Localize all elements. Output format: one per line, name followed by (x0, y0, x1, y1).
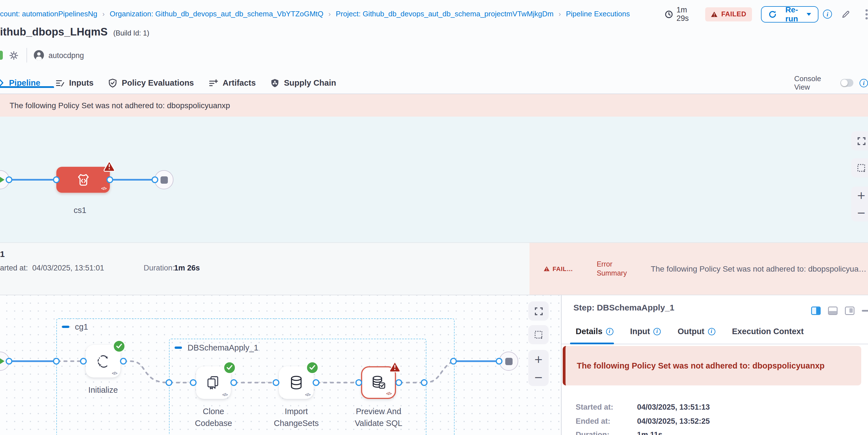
stage-graph-wires (0, 117, 868, 242)
canvas-fullscreen-button[interactable] (528, 302, 549, 321)
connector-port (165, 379, 173, 386)
layout-right-panel-button[interactable] (811, 307, 821, 315)
code-glyph: </> (386, 391, 392, 396)
step-node-import-changesets[interactable]: </> (279, 366, 314, 399)
panel-minimize-button[interactable] (862, 310, 868, 312)
step-success-icon (113, 340, 126, 353)
pencil-icon (841, 9, 850, 19)
tab-supply-chain[interactable]: Supply Chain (270, 78, 336, 88)
triggered-by-user: autocdpng (49, 51, 84, 59)
field-duration: Duration: 1m 11s (576, 431, 662, 435)
zoom-out-button[interactable]: − (534, 372, 543, 382)
tab-execution-context[interactable]: Execution Context (732, 327, 804, 336)
tab-details[interactable]: Details (576, 327, 613, 336)
info-icon (653, 328, 661, 335)
more-options-button[interactable] (865, 9, 868, 20)
canvas-select-button[interactable] (528, 325, 549, 344)
rerun-label: Re-run (781, 5, 803, 23)
duration-value: 1m 26s (174, 264, 200, 272)
warning-triangle-icon (544, 266, 550, 272)
tab-supply-chain-label: Supply Chain (284, 78, 336, 87)
step-node-clone-codebase[interactable]: </> (196, 366, 231, 399)
rerun-button[interactable]: Re-run (761, 6, 818, 22)
duration-label: Duration: (144, 264, 175, 272)
step-label-preview-validate-sql: Preview And Validate SQL (347, 406, 410, 429)
title-bar: ithub_dbops_LHqmS (Build Id: 1) (0, 26, 149, 38)
started-at-label: arted at: (0, 264, 28, 272)
zoom-in-button[interactable]: + (534, 353, 543, 364)
tab-policy-evaluations[interactable]: Policy Evaluations (108, 78, 194, 88)
tab-artifacts[interactable]: Artifacts (209, 78, 256, 88)
connector-port (53, 176, 60, 183)
stage-node-cs1[interactable]: </> (56, 167, 110, 193)
connector-port (120, 358, 127, 365)
minus-icon (862, 310, 868, 312)
stage-graph-canvas[interactable]: </> cs1 + − (0, 117, 868, 242)
tab-input[interactable]: Input (630, 327, 661, 336)
connector-port (421, 379, 428, 386)
info-icon (823, 9, 832, 19)
layout-floating-panel-button[interactable] (845, 307, 855, 315)
shield-network-icon (270, 78, 279, 88)
collapse-group-cg1-button[interactable] (62, 326, 69, 328)
step-error-box: The following Policy Set was not adhered… (563, 346, 861, 385)
warning-triangle-icon (711, 11, 718, 17)
tab-pipeline[interactable]: Pipeline (9, 78, 40, 87)
rerun-refresh-icon (768, 10, 777, 18)
tab-output[interactable]: Output (678, 327, 715, 336)
breadcrumb-organization[interactable]: Organization: Github_db_devops_aut_db_sc… (110, 9, 323, 18)
chevron-down-icon[interactable] (807, 13, 811, 18)
layout-bottom-panel-button[interactable] (828, 307, 838, 315)
tab-execution-context-label: Execution Context (732, 327, 804, 336)
zoom-out-button[interactable]: − (857, 207, 866, 218)
canvas-select-button[interactable] (851, 158, 868, 178)
database-check-icon (370, 374, 388, 392)
status-text: FAILED (721, 10, 746, 18)
tab-inputs[interactable]: Inputs (55, 78, 93, 88)
edit-pipeline-button[interactable] (841, 9, 850, 19)
field-label: Started at: (576, 403, 637, 411)
step-group-label: DBSchemaApply_1 (188, 343, 258, 352)
tab-input-label: Input (630, 327, 650, 336)
play-icon (0, 357, 4, 365)
console-view-info-icon[interactable] (860, 79, 868, 87)
breadcrumb-project[interactable]: Project: Github_db_devops_aut_db_schema_… (336, 9, 553, 18)
stop-icon (160, 176, 167, 183)
tab-inputs-label: Inputs (69, 78, 93, 87)
console-view-label: Console View (794, 74, 835, 91)
settings-gear-button[interactable] (9, 51, 19, 60)
execution-actions: 1m 29s FAILED Re-run (665, 6, 868, 23)
breadcrumb-account[interactable]: count: automationPipelinesNg (0, 9, 97, 18)
step-success-icon (306, 361, 319, 374)
zoom-in-button[interactable]: + (857, 190, 866, 200)
breadcrumb-pipeline-executions[interactable]: Pipeline Executions (566, 9, 630, 18)
error-summary-text: The following Policy Set was not adhered… (651, 264, 868, 273)
connector-port (6, 176, 12, 183)
fail-badge: FAIL… (544, 266, 573, 272)
step-details-panel: Step: DBSchemaApply_1 Details Input (561, 295, 868, 435)
connector-port (6, 358, 12, 365)
collapse-stepgroup-button[interactable] (175, 347, 182, 349)
breadcrumb: count: automationPipelinesNg › Organizat… (0, 9, 630, 18)
field-label: Ended at: (576, 417, 637, 426)
step-node-preview-validate-sql[interactable]: </> (361, 366, 396, 399)
pipeline-execution-page: count: automationPipelinesNg › Organizat… (0, 0, 868, 435)
shield-check-icon (108, 78, 117, 88)
breadcrumb-separator: › (553, 10, 566, 18)
connector-port (80, 358, 87, 365)
canvas-fullscreen-button[interactable] (851, 131, 868, 150)
console-view-toggle[interactable] (840, 79, 854, 87)
connector-port (230, 379, 237, 386)
step-label-initialize: Initialize (75, 384, 131, 396)
stage-name: 1 (0, 249, 5, 259)
connector-port (273, 379, 279, 386)
step-node-initialize[interactable]: </> (86, 345, 121, 377)
stop-icon (505, 358, 512, 365)
execution-graph-canvas[interactable]: cg1 DBSchemaApply_1 (0, 295, 561, 435)
field-started-at: Started at: 04/03/2025, 13:51:13 (576, 403, 710, 411)
execution-info-button[interactable] (823, 9, 832, 19)
inputs-icon (55, 78, 64, 88)
step-label-import-changesets: Import ChangeSets (265, 406, 327, 429)
breadcrumb-separator: › (97, 10, 110, 18)
code-glyph: </> (112, 371, 117, 376)
